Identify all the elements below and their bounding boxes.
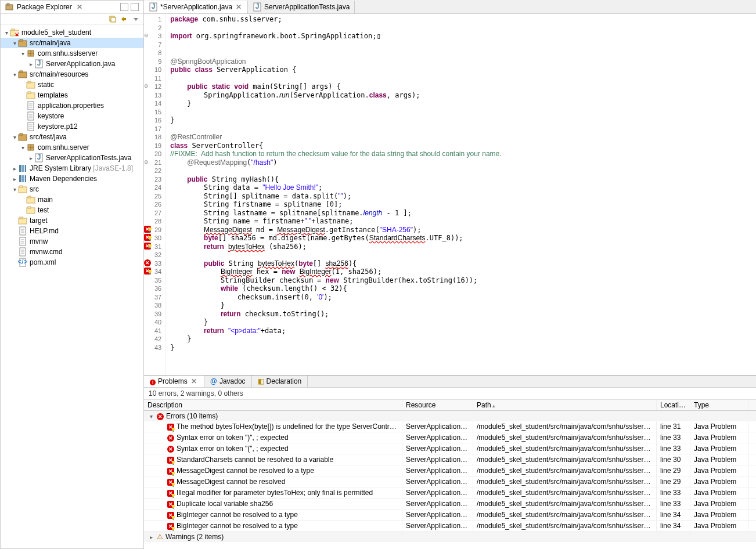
code-line[interactable] xyxy=(170,108,751,117)
view-tab-javadoc[interactable]: @Javadoc xyxy=(204,375,252,387)
tree-item[interactable]: ▾✕module5_skel_student xyxy=(1,27,143,38)
col-type[interactable]: Type xyxy=(690,400,748,410)
view-menu-icon[interactable] xyxy=(132,15,140,23)
code-line[interactable]: import org.springframework.boot.SpringAp… xyxy=(170,32,751,41)
code-line[interactable]: String lastname = splitname[splitname.le… xyxy=(170,209,751,218)
problem-row[interactable]: ✕The method bytesToHex(byte[]) is undefi… xyxy=(144,421,756,432)
twisty-icon[interactable]: ▾ xyxy=(11,40,18,46)
tree-item[interactable]: ▾com.snhu.server xyxy=(1,142,143,153)
link-editor-icon[interactable] xyxy=(120,15,128,23)
code-line[interactable]: } xyxy=(170,116,751,125)
line-marker[interactable]: ⊖ xyxy=(144,157,152,166)
problem-row[interactable]: ✕BigInteger cannot be resolved to a type… xyxy=(144,510,756,521)
code-line[interactable]: class ServerController{ xyxy=(170,142,751,150)
line-marker[interactable]: ✕ xyxy=(144,241,152,250)
problem-row[interactable]: ✕BigInteger cannot be resolved to a type… xyxy=(144,521,756,532)
tree-item[interactable]: main xyxy=(1,194,143,205)
line-marker[interactable]: ✕ xyxy=(144,225,152,233)
code-line[interactable] xyxy=(170,125,751,133)
code-line[interactable]: public String bytesToHex(byte[] sha256){ xyxy=(170,259,751,268)
code-line[interactable]: return checksum.toString(); xyxy=(170,310,751,319)
tree-item[interactable]: mvnw xyxy=(1,236,143,247)
twisty-icon[interactable]: ▾ xyxy=(11,71,18,78)
twisty-icon[interactable]: ▸ xyxy=(27,61,34,67)
col-resource[interactable]: Resource xyxy=(402,400,473,410)
twisty-icon[interactable]: ▸ xyxy=(11,165,18,172)
close-tab-icon[interactable]: ✕ xyxy=(235,3,243,11)
code-line[interactable] xyxy=(170,167,751,175)
col-description[interactable]: Description xyxy=(144,400,402,410)
code-line[interactable]: @SpringBootApplication xyxy=(170,57,751,66)
line-marker[interactable]: ⊖ xyxy=(144,81,152,90)
problems-group[interactable]: ▸⚠Warnings (2 items) xyxy=(144,532,756,542)
code-line[interactable]: String data = "Hello Joe Smith!"; xyxy=(170,183,751,192)
minimize-icon[interactable] xyxy=(120,3,128,11)
tree-item[interactable]: HELP.md xyxy=(1,226,143,236)
code-line[interactable]: public class ServerApplication { xyxy=(170,66,751,74)
package-explorer-tree[interactable]: ▾✕module5_skel_student▾src/main/java▾com… xyxy=(1,25,143,548)
tree-item[interactable]: ▾com.snhu.sslserver xyxy=(1,48,143,59)
maximize-icon[interactable] xyxy=(131,3,139,11)
code-line[interactable]: return "<p>data:"+data; xyxy=(170,327,751,335)
tree-item[interactable]: ▸JServerApplicationTests.java xyxy=(1,153,143,163)
tree-item[interactable]: static xyxy=(1,80,143,90)
code-line[interactable]: while (checksum.length() < 32){ xyxy=(170,284,751,293)
code-line[interactable]: } xyxy=(170,99,751,108)
code-line[interactable]: public String myHash(){ xyxy=(170,175,751,184)
tree-item[interactable]: mvnw.cmd xyxy=(1,247,143,257)
tree-item[interactable]: ▾src/main/java xyxy=(1,38,143,48)
twisty-icon[interactable]: ▸ xyxy=(27,155,34,161)
line-marker[interactable]: ⊖ xyxy=(144,31,152,39)
problem-row[interactable]: ✕Duplicate local variable sha256ServerAp… xyxy=(144,499,756,510)
close-view-icon[interactable]: ✕ xyxy=(190,377,198,385)
code-line[interactable]: SpringApplication.run(ServerApplication.… xyxy=(170,91,751,100)
tree-item[interactable]: </>pom.xml xyxy=(1,257,143,268)
line-marker[interactable]: ✕ xyxy=(144,233,152,241)
line-marker[interactable]: ✕ xyxy=(144,258,152,267)
code-line[interactable] xyxy=(170,24,751,32)
code-line[interactable]: @RequestMapping("/hash") xyxy=(170,158,751,167)
problem-row[interactable]: ✕Syntax error on token ")", ; expectedSe… xyxy=(144,432,756,443)
twisty-icon[interactable]: ▾ xyxy=(3,30,10,36)
code-line[interactable]: byte[] sha256 = md.digest(name.getBytes(… xyxy=(170,234,751,243)
code-line[interactable]: package com.snhu.sslserver; xyxy=(170,15,751,24)
code-line[interactable] xyxy=(170,49,751,57)
tree-item[interactable]: ▾src xyxy=(1,184,143,194)
col-location[interactable]: Location xyxy=(657,400,690,410)
tree-item[interactable]: keystore.p12 xyxy=(1,121,143,132)
problem-row[interactable]: ✕StandardCharsets cannot be resolved to … xyxy=(144,454,756,465)
tree-item[interactable]: ▾src/test/java xyxy=(1,132,143,142)
problems-table[interactable]: Description Resource Path▴ Location Type… xyxy=(144,400,756,549)
code-line[interactable]: //FIXME: Add hash function to return the… xyxy=(170,150,751,158)
tree-item[interactable]: ▸Maven Dependencies xyxy=(1,174,143,184)
editor-tab[interactable]: JServerApplicationTests.java xyxy=(248,1,355,13)
twisty-icon[interactable]: ▸ xyxy=(11,176,18,182)
code-line[interactable] xyxy=(170,41,751,49)
code-line[interactable]: String firstname = splitname [0]; xyxy=(170,200,751,209)
tree-item[interactable]: ▾src/main/resources xyxy=(1,69,143,80)
code-line[interactable]: } xyxy=(170,335,751,344)
code-line[interactable]: return bytesToHex (sha256); xyxy=(170,243,751,251)
code-line[interactable]: MessageDigest md = MessageDigest.getInst… xyxy=(170,226,751,234)
tree-item[interactable]: keystore xyxy=(1,111,143,121)
code-line[interactable]: String name = firstname+" "+lastname; xyxy=(170,217,751,226)
twisty-icon[interactable]: ▾ xyxy=(11,186,18,193)
code-line[interactable]: @RestController xyxy=(170,133,751,142)
problem-row[interactable]: ✕Syntax error on token "(", ; expectedSe… xyxy=(144,443,756,454)
tree-item[interactable]: ▸JRE System Library [JavaSE-1.8] xyxy=(1,163,143,174)
view-tab-problems[interactable]: !Problems✕ xyxy=(144,375,204,387)
twisty-icon[interactable]: ▾ xyxy=(147,413,154,420)
tree-item[interactable]: target xyxy=(1,215,143,226)
problem-row[interactable]: ✕MessageDigest cannot be resolvedServerA… xyxy=(144,476,756,487)
code-line[interactable]: } xyxy=(170,301,751,310)
collapse-all-icon[interactable] xyxy=(109,15,117,23)
problem-row[interactable]: ✕MessageDigest cannot be resolved to a t… xyxy=(144,465,756,476)
view-tab-declaration[interactable]: ◧Declaration xyxy=(252,375,308,387)
tree-item[interactable]: ▸JServerApplication.java xyxy=(1,59,143,69)
code-line[interactable]: } xyxy=(170,318,751,327)
problem-row[interactable]: ✕Illegal modifier for parameter bytesToH… xyxy=(144,487,756,499)
code-editor[interactable]: ⊖⊖⊖✕✕✕✕✕ 1237891011121314151617181920212… xyxy=(144,14,756,375)
twisty-icon[interactable]: ▾ xyxy=(19,50,26,57)
code-line[interactable] xyxy=(170,251,751,259)
code-line[interactable] xyxy=(170,74,751,83)
